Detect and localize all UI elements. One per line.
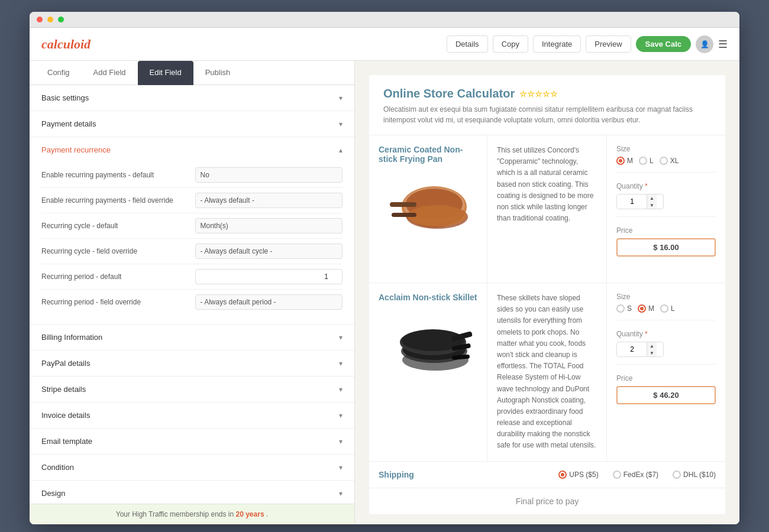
integrate-button[interactable]: Integrate [533, 35, 581, 53]
tab-edit-field[interactable]: Edit Field [138, 61, 193, 85]
accordion-container: Basic settings ▾ Payment details ▾ [30, 85, 354, 504]
price-label-2: Price [616, 374, 716, 382]
quantity-down-1[interactable]: ▼ [647, 202, 657, 209]
chevron-down-icon: ▾ [339, 463, 343, 472]
accordion-header-payment-recurrence[interactable]: Payment recurrence ▴ [30, 137, 354, 163]
radio-circle-l-2 [660, 304, 668, 313]
svg-rect-3 [390, 202, 416, 207]
minimize-dot[interactable] [47, 17, 53, 22]
product-options-cell-2: Size S [607, 283, 725, 461]
accordion-design: Design ▾ [30, 481, 354, 504]
product-row-2: Acclaim Non-stick Skillet [369, 283, 725, 462]
size-l-option-1[interactable]: L [639, 157, 654, 165]
accordion-header-stripe-details[interactable]: Stripe details ▾ [30, 377, 354, 402]
size-radio-group-2: S M [616, 304, 716, 313]
hamburger-menu-icon[interactable]: ☰ [718, 38, 728, 51]
chevron-down-icon: ▾ [339, 359, 343, 368]
chevron-down-icon: ▾ [339, 489, 343, 498]
size-radio-group-1: M L XL [616, 157, 716, 165]
radio-dot-m-1 [619, 159, 622, 163]
size-m-option-1[interactable]: M [616, 157, 633, 165]
field-enable-recurring-default: Enable recurring payments - default No Y… [41, 163, 343, 188]
price-value-1: $ 16.00 [616, 238, 716, 257]
field-recurring-cycle-default: Recurring cycle - default Month(s) Day(s… [41, 213, 343, 239]
svg-point-5 [408, 205, 467, 226]
shipping-dhl-option[interactable]: DHL ($10) [673, 471, 716, 479]
accordion-header-invoice-details[interactable]: Invoice details ▾ [30, 403, 354, 428]
price-label-1: Price [616, 226, 716, 235]
shipping-ups-option[interactable]: UPS ($5) [558, 471, 598, 479]
shipping-options: UPS ($5) FedEx ($7) DHL ($10) [438, 471, 716, 479]
membership-highlight: 20 years [236, 510, 264, 518]
shipping-fedex-option[interactable]: FedEx ($7) [613, 471, 658, 479]
chevron-down-icon: ▾ [339, 385, 343, 394]
accordion-header-email-template[interactable]: Email template ▾ [30, 429, 354, 454]
enable-recurring-field-select[interactable]: - Always default - [195, 193, 343, 208]
size-l-option-2[interactable]: L [660, 304, 675, 313]
calculator-description: Olecatisim aut ex esequi bla sum fugiata… [383, 104, 711, 125]
accordion-stripe-details: Stripe details ▾ [30, 377, 354, 403]
radio-circle-m-1 [616, 157, 625, 165]
quantity-down-2[interactable]: ▼ [647, 349, 657, 356]
size-s-option-2[interactable]: S [616, 304, 632, 313]
quantity-up-1[interactable]: ▲ [647, 194, 657, 202]
product-image-1 [379, 168, 477, 239]
preview-button[interactable]: Preview [586, 35, 631, 53]
accordion-paypal-details: PayPal details ▾ [30, 351, 354, 377]
accordion-billing-information: Billing Information ▾ [30, 325, 354, 351]
quantity-input-1[interactable] [617, 195, 647, 208]
radio-circle-l-1 [639, 157, 647, 165]
quantity-up-2[interactable]: ▲ [647, 342, 657, 349]
size-m-option-2[interactable]: M [638, 304, 654, 313]
tab-config[interactable]: Config [35, 61, 82, 85]
chevron-up-icon: ▴ [339, 146, 343, 154]
field-recurring-period-default: Recurring period - default [41, 264, 343, 290]
size-label-1: Size [616, 145, 716, 153]
shipping-ups-dot [561, 473, 564, 476]
recurring-period-field-select[interactable]: - Always default period - [195, 294, 343, 310]
recurring-cycle-default-select[interactable]: Month(s) Day(s) Year(s) [195, 218, 343, 233]
bottom-bar: Your High Traffic membership ends in 20 … [30, 504, 354, 524]
tab-publish[interactable]: Publish [193, 61, 243, 85]
size-label-2: Size [616, 293, 716, 301]
final-price-row: Final price to pay [369, 488, 725, 514]
chevron-down-icon: ▾ [339, 411, 343, 420]
accordion-header-basic-settings[interactable]: Basic settings ▾ [30, 85, 354, 111]
accordion-header-design[interactable]: Design ▾ [30, 481, 354, 504]
accordion-condition: Condition ▾ [30, 455, 354, 481]
accordion-header-paypal-details[interactable]: PayPal details ▾ [30, 351, 354, 376]
accordion-payment-recurrence: Payment recurrence ▴ Enable recurring pa… [30, 137, 354, 325]
save-calc-button[interactable]: Save Calc [636, 36, 691, 52]
quantity-spinners-1: ▲ ▼ [647, 194, 657, 209]
tab-add-field[interactable]: Add Field [82, 61, 138, 85]
product-desc-cell-2: These skillets have sloped sides so you … [487, 283, 607, 461]
accordion-email-template: Email template ▾ [30, 429, 354, 455]
chevron-down-icon: ▾ [339, 94, 343, 102]
accordion-basic-settings: Basic settings ▾ [30, 85, 354, 111]
star-rating: ☆☆☆☆☆ [519, 89, 558, 99]
product-name-1: Ceramic Coated Non-stick Frying Pan [379, 145, 477, 164]
price-option-row-2: Price $ 46.20 [616, 374, 716, 411]
size-option-row-2: Size S [616, 293, 716, 320]
quantity-spinners-2: ▲ ▼ [647, 342, 657, 356]
field-recurring-period-field: Recurring period - field override - Alwa… [41, 290, 343, 314]
accordion-header-billing-information[interactable]: Billing Information ▾ [30, 325, 354, 350]
close-dot[interactable] [37, 17, 43, 22]
maximize-dot[interactable] [58, 17, 64, 22]
recurring-period-default-input[interactable] [195, 269, 343, 284]
copy-button[interactable]: Copy [493, 35, 528, 53]
browser-chrome [30, 12, 739, 28]
enable-recurring-default-select[interactable]: No Yes [195, 167, 343, 183]
shipping-label: Shipping [379, 470, 426, 479]
size-xl-option-1[interactable]: XL [660, 157, 679, 165]
recurring-cycle-field-select[interactable]: - Always default cycle - [195, 244, 343, 259]
quantity-input-2[interactable] [617, 343, 647, 356]
quantity-label-1: Quantity * [616, 182, 716, 190]
svg-rect-6 [392, 213, 416, 217]
accordion-header-condition[interactable]: Condition ▾ [30, 455, 354, 480]
product-row-1: Ceramic Coated Non-stick Frying Pan [369, 135, 725, 283]
accordion-header-payment-details[interactable]: Payment details ▾ [30, 111, 354, 137]
user-avatar[interactable]: 👤 [696, 35, 713, 53]
field-recurring-cycle-field: Recurring cycle - field override - Alway… [41, 239, 343, 264]
details-button[interactable]: Details [447, 35, 488, 53]
